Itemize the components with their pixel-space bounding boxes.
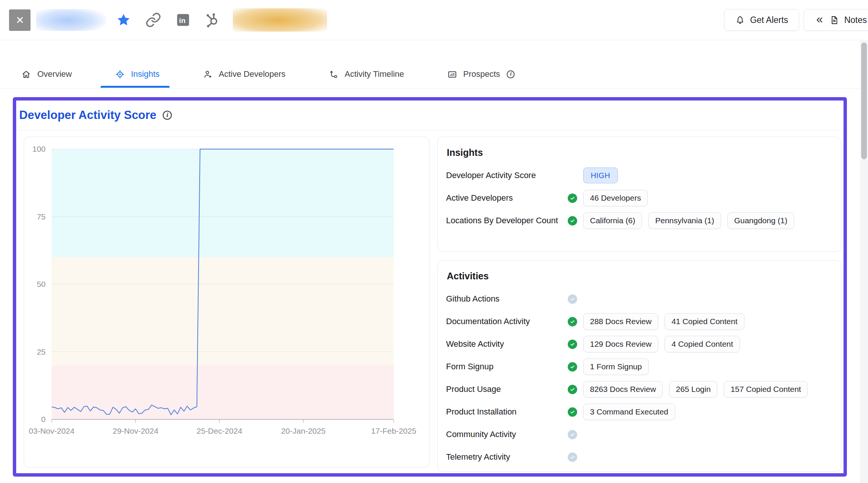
row-label: Github Actions xyxy=(446,294,568,304)
row-label: Developer Activity Score xyxy=(446,171,568,180)
tab-insights[interactable]: Insights xyxy=(115,69,160,79)
svg-text:20-Jan-2025: 20-Jan-2025 xyxy=(281,427,326,435)
activity-row-community: Community Activity xyxy=(446,423,833,446)
row-label: Locations By Developer Count xyxy=(446,216,568,226)
chip-group: 288 Docs Review 41 Copied Content xyxy=(583,313,744,330)
linkedin-icon[interactable]: in xyxy=(176,12,191,27)
get-alerts-label: Get Alerts xyxy=(750,15,788,25)
get-alerts-button[interactable]: Get Alerts xyxy=(724,9,799,31)
row-label: Documentation Activity xyxy=(446,317,568,326)
top-bar: in Get Alerts Notes xyxy=(0,0,868,40)
svg-text:03-Nov-2024: 03-Nov-2024 xyxy=(29,427,75,435)
activity-row-form-signup: Form Signup 1 Form Signup xyxy=(446,355,833,378)
metric-chip: 157 Copied Content xyxy=(724,381,808,398)
svg-text:75: 75 xyxy=(37,212,46,221)
metric-chip: 265 Login xyxy=(669,381,717,398)
redacted-tag xyxy=(233,8,327,32)
activity-row-website: Website Activity 129 Docs Review 4 Copie… xyxy=(446,333,833,355)
note-icon xyxy=(829,15,839,25)
status-check-icon xyxy=(568,362,577,372)
insights-heading: Insights xyxy=(447,146,833,159)
activity-row-github-actions: Github Actions xyxy=(446,288,833,310)
chip-group: 129 Docs Review 4 Copied Content xyxy=(583,336,740,352)
activities-card: Activities Github Actions Documentation … xyxy=(437,260,841,472)
panel-header: Developer Activity Score i xyxy=(16,101,844,130)
location-chip: California (6) xyxy=(583,212,642,229)
metric-chip: 4 Copied Content xyxy=(665,336,740,352)
metric-chip: 288 Docs Review xyxy=(583,313,658,330)
close-icon xyxy=(14,14,26,26)
activity-score-chart: 025507510003-Nov-202429-Nov-202425-Dec-2… xyxy=(24,137,429,467)
insight-row-active-developers: Active Developers 46 Developers xyxy=(446,187,833,209)
hubspot-icon[interactable] xyxy=(204,11,221,29)
status-check-icon xyxy=(568,317,577,326)
home-icon xyxy=(21,69,31,79)
tab-activity-timeline-label: Activity Timeline xyxy=(345,69,404,79)
activity-row-product-usage: Product Usage 8263 Docs Review 265 Login… xyxy=(446,378,833,401)
location-chip: Pennsylvania (1) xyxy=(648,212,721,229)
row-label: Form Signup xyxy=(446,362,568,372)
status-check-icon xyxy=(568,430,577,439)
chip-group: 8263 Docs Review 265 Login 157 Copied Co… xyxy=(583,381,808,398)
link-icon[interactable] xyxy=(145,12,161,28)
chip-group: 46 Developers xyxy=(583,190,648,206)
metric-chip: 1 Form Signup xyxy=(583,358,649,375)
developer-activity-panel: Developer Activity Score i 025507510003-… xyxy=(13,97,847,477)
status-check-icon xyxy=(568,294,577,304)
metric-chip: 8263 Docs Review xyxy=(583,381,663,398)
tab-overview[interactable]: Overview xyxy=(21,69,72,79)
tab-prospects-label: Prospects xyxy=(463,69,500,79)
svg-text:29-Nov-2024: 29-Nov-2024 xyxy=(113,427,159,435)
chip-group: California (6) Pennsylvania (1) Guangdon… xyxy=(583,212,794,229)
activities-heading: Activities xyxy=(447,270,833,282)
app-window: in Get Alerts Notes Ove xyxy=(0,0,868,483)
row-label: Website Activity xyxy=(446,339,568,349)
row-label: Telemetry Activity xyxy=(446,452,568,462)
row-label: Community Activity xyxy=(446,430,568,439)
tab-activity-timeline[interactable]: Activity Timeline xyxy=(329,69,404,79)
insights-card: Insights Developer Activity Score HIGH A… xyxy=(437,137,841,252)
timeline-icon xyxy=(329,69,339,79)
metric-chip: 41 Copied Content xyxy=(665,313,744,330)
location-chip: Guangdong (1) xyxy=(727,212,794,229)
scrollbar[interactable] xyxy=(860,41,868,483)
favorite-star-icon[interactable] xyxy=(116,12,131,27)
svg-text:0: 0 xyxy=(41,415,46,424)
svg-text:17-Feb-2025: 17-Feb-2025 xyxy=(371,427,416,435)
scrollbar-thumb[interactable] xyxy=(861,43,867,159)
page-title: Developer Activity Score xyxy=(19,108,156,122)
row-label: Active Developers xyxy=(446,193,568,203)
insight-row-score: Developer Activity Score HIGH xyxy=(446,164,833,187)
svg-text:25: 25 xyxy=(37,347,46,356)
svg-text:in: in xyxy=(179,17,185,24)
chip-group: 1 Form Signup xyxy=(583,358,649,375)
target-icon xyxy=(115,69,125,79)
add-user-icon xyxy=(203,69,213,79)
activity-row-documentation: Documentation Activity 288 Docs Review 4… xyxy=(446,310,833,333)
status-check-icon xyxy=(568,340,577,349)
svg-text:50: 50 xyxy=(37,280,46,288)
status-check-icon xyxy=(568,194,577,203)
svg-text:A: A xyxy=(450,72,452,76)
tab-prospects[interactable]: A Prospects i xyxy=(447,69,515,79)
svg-text:100: 100 xyxy=(32,145,46,153)
tab-bar: Overview Insights Active Developers Acti… xyxy=(0,41,868,88)
chip-group: 3 Command Executed xyxy=(583,404,675,420)
prospects-info-icon[interactable]: i xyxy=(507,70,515,78)
close-button[interactable] xyxy=(9,9,31,31)
tab-insights-label: Insights xyxy=(131,69,160,79)
collapse-chevrons-icon xyxy=(815,15,824,25)
metric-chip: 46 Developers xyxy=(583,190,648,206)
activity-row-telemetry: Telemetry Activity xyxy=(446,446,833,468)
score-badge: HIGH xyxy=(583,168,618,183)
activity-row-product-installation: Product Installation 3 Command Executed xyxy=(446,401,833,423)
row-label: Product Usage xyxy=(446,384,568,394)
redacted-company-name xyxy=(36,9,106,31)
notes-button[interactable]: Notes xyxy=(804,9,868,31)
title-info-icon[interactable]: i xyxy=(163,111,172,120)
status-check-icon xyxy=(568,407,577,417)
metric-chip: 129 Docs Review xyxy=(583,336,658,352)
tab-active-developers[interactable]: Active Developers xyxy=(203,69,286,79)
status-check-icon xyxy=(568,385,577,394)
id-card-icon: A xyxy=(447,69,457,79)
